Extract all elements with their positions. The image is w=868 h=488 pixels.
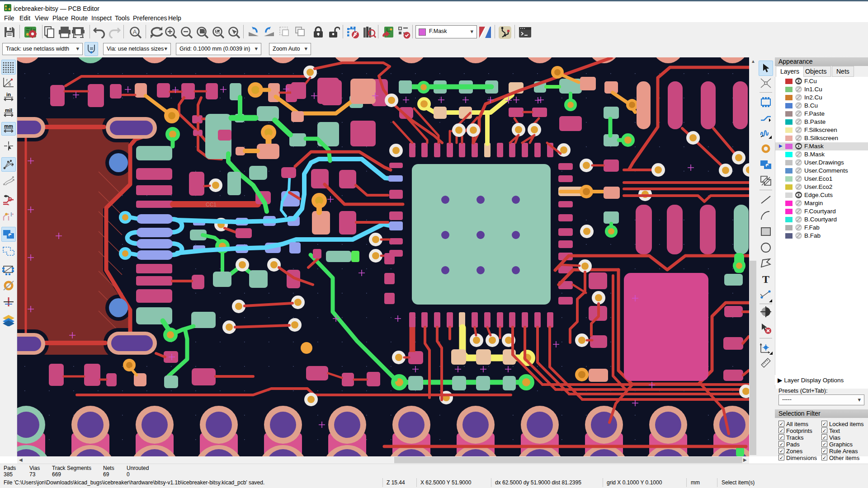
svg-text:mil: mil <box>5 108 12 113</box>
svg-text:A: A <box>133 28 137 35</box>
svg-text:r: r <box>6 78 8 82</box>
svg-text:T: T <box>762 274 769 285</box>
svg-text:mm: mm <box>4 124 13 129</box>
svg-text:CC1: CC1 <box>206 202 217 208</box>
svg-text:θ: θ <box>9 82 11 87</box>
svg-text:in: in <box>6 92 11 97</box>
